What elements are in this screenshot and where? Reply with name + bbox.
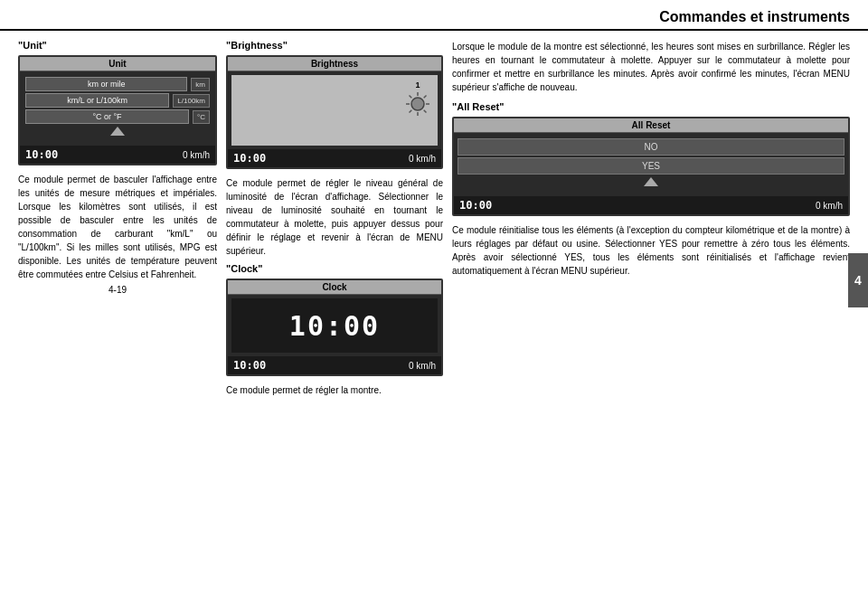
c-or-f-btn[interactable]: °C or °F — [25, 109, 189, 124]
km-l-btn[interactable]: km/L or L/100km — [25, 93, 169, 108]
brightness-knob-area: 1 — [405, 80, 430, 117]
clock-section: "Clock" Clock 10:00 10:00 0 km/h Ce modu… — [226, 263, 443, 397]
svg-line-7 — [424, 96, 427, 99]
column-right: Lorsque le module de la montre est sélec… — [452, 40, 850, 596]
unit-bottom-bar: 10:00 0 km/h — [20, 146, 215, 164]
unit-time: 10:00 — [25, 148, 58, 161]
c-btn[interactable]: °C — [193, 110, 210, 124]
all-reset-section: "All Reset" All Reset NO YES 10:00 0 km/… — [452, 101, 850, 278]
all-reset-speed: 0 km/h — [816, 201, 843, 211]
all-reset-desc: Ce module réinitialise tous les éléments… — [452, 223, 850, 278]
brightness-bottom-bar: 10:00 0 km/h — [228, 149, 441, 167]
page-title: Commandes et instruments — [659, 9, 850, 24]
brightness-sun-icon — [405, 91, 430, 117]
column-unit: "Unit" Unit km or mile km km/L or L/100k… — [18, 40, 217, 596]
svg-line-5 — [410, 96, 412, 99]
brightness-value-label: 1 — [415, 80, 420, 90]
all-reset-bottom-bar: 10:00 0 km/h — [454, 196, 848, 214]
unit-row-temp: °C or °F °C — [25, 109, 210, 124]
clock-time: 10:00 — [233, 359, 266, 372]
unit-row-km-mile: km or mile km — [25, 77, 210, 91]
km-btn[interactable]: km — [191, 78, 210, 91]
brightness-section-title: "Brightness" — [226, 40, 443, 51]
all-reset-time: 10:00 — [459, 199, 492, 212]
all-reset-body: NO YES — [454, 133, 848, 193]
clock-desc: Ce module permet de régler la montre. — [226, 383, 443, 397]
all-reset-box-header: All Reset — [454, 118, 848, 133]
all-reset-arrow-up — [644, 177, 658, 186]
unit-speed: 0 km/h — [183, 150, 210, 160]
main-content: "Unit" Unit km or mile km km/L or L/100k… — [0, 31, 868, 605]
chapter-tab: 4 — [848, 253, 868, 307]
clock-display: 10:00 — [289, 310, 380, 342]
unit-arrow-up — [110, 127, 125, 136]
all-reset-title: "All Reset" — [452, 101, 850, 112]
clock-box-header: Clock — [228, 280, 441, 295]
svg-point-0 — [411, 98, 424, 110]
km-or-mile-btn[interactable]: km or mile — [25, 77, 187, 91]
brightness-box-header: Brightness — [228, 57, 441, 71]
brightness-instrument-box: Brightness 1 — [226, 55, 443, 169]
brightness-display: 1 — [231, 75, 438, 146]
svg-line-8 — [410, 110, 412, 113]
l100km-btn[interactable]: L/100km — [173, 94, 210, 108]
brightness-section: "Brightness" Brightness 1 — [226, 40, 443, 258]
all-reset-instrument-box: All Reset NO YES 10:00 0 km/h — [452, 117, 850, 216]
right-sections: Lorsque le module de la montre est sélec… — [452, 40, 850, 278]
brightness-speed: 0 km/h — [409, 154, 436, 164]
no-button[interactable]: NO — [458, 138, 844, 156]
unit-box-header: Unit — [20, 57, 215, 71]
unit-row-fuel: km/L or L/100km L/100km — [25, 93, 210, 108]
page-header: Commandes et instruments — [0, 0, 868, 31]
unit-box-body: km or mile km km/L or L/100km L/100km °C… — [20, 71, 215, 142]
clock-section-title: "Clock" — [226, 263, 443, 274]
clock-instrument-box: Clock 10:00 10:00 0 km/h — [226, 279, 443, 376]
unit-instrument-box: Unit km or mile km km/L or L/100km L/100… — [18, 55, 217, 165]
column-mid: "Brightness" Brightness 1 — [226, 40, 443, 596]
brightness-desc: Ce module permet de régler le niveau gén… — [226, 176, 443, 258]
clock-speed: 0 km/h — [409, 361, 436, 371]
page-number: 4-19 — [18, 285, 217, 295]
brightness-time: 10:00 — [233, 152, 266, 165]
right-top-desc: Lorsque le module de la montre est sélec… — [452, 40, 850, 94]
svg-line-6 — [424, 110, 427, 113]
unit-desc: Ce module permet de basculer l'affichage… — [18, 173, 217, 281]
clock-bottom-bar: 10:00 0 km/h — [228, 356, 441, 374]
yes-button[interactable]: YES — [458, 157, 844, 175]
clock-display-area: 10:00 — [231, 298, 438, 353]
unit-section-title: "Unit" — [18, 40, 217, 51]
mid-sections: "Brightness" Brightness 1 — [226, 40, 443, 397]
